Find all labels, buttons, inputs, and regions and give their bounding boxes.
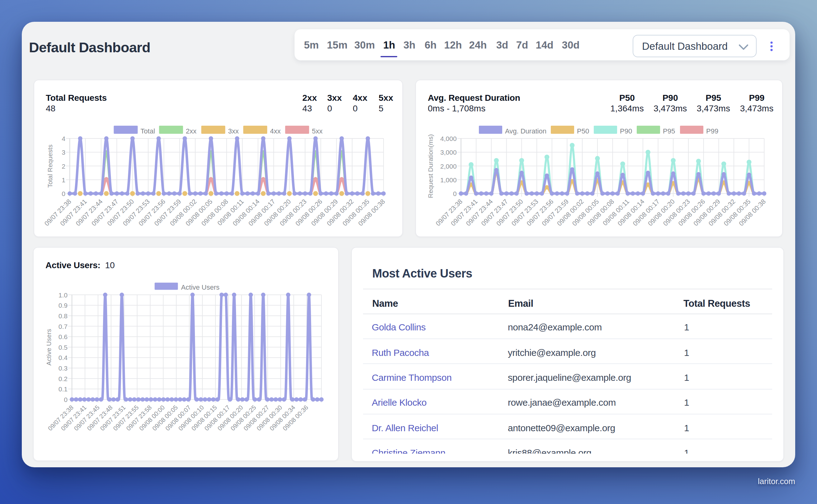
svg-text:P99: P99: [706, 127, 718, 135]
svg-text:0.5: 0.5: [58, 344, 68, 351]
svg-text:1,000: 1,000: [440, 176, 457, 184]
svg-text:2xx: 2xx: [185, 127, 196, 135]
svg-text:1.0: 1.0: [58, 292, 68, 299]
svg-text:0.4: 0.4: [58, 354, 68, 361]
svg-text:Request Duration(ms): Request Duration(ms): [427, 134, 434, 198]
svg-text:2,000: 2,000: [440, 163, 457, 170]
svg-text:3,000: 3,000: [440, 149, 457, 156]
svg-text:Total: Total: [140, 127, 154, 135]
svg-text:0.8: 0.8: [58, 312, 68, 320]
svg-text:3xx: 3xx: [228, 127, 238, 135]
svg-text:4,000: 4,000: [440, 135, 457, 142]
svg-text:Total Requests: Total Requests: [46, 145, 53, 188]
svg-text:0.3: 0.3: [58, 365, 68, 372]
svg-text:2: 2: [61, 163, 65, 170]
svg-text:Active Users: Active Users: [181, 283, 220, 291]
svg-text:4: 4: [61, 135, 65, 142]
svg-text:0.2: 0.2: [58, 375, 68, 382]
svg-text:3: 3: [61, 149, 65, 156]
svg-text:Active Users: Active Users: [45, 329, 52, 366]
svg-text:0: 0: [61, 190, 65, 197]
svg-text:0.7: 0.7: [58, 323, 68, 330]
svg-text:1: 1: [61, 176, 65, 184]
svg-text:0: 0: [64, 396, 68, 403]
svg-text:P95: P95: [663, 127, 675, 135]
svg-text:P50: P50: [577, 127, 589, 135]
svg-text:0.9: 0.9: [58, 302, 68, 309]
svg-text:P90: P90: [620, 127, 632, 135]
svg-text:0.1: 0.1: [58, 385, 68, 393]
svg-text:5xx: 5xx: [312, 127, 322, 135]
svg-text:4xx: 4xx: [270, 127, 280, 135]
svg-text:0: 0: [453, 190, 457, 197]
svg-text:Avg. Duration: Avg. Duration: [505, 127, 546, 135]
svg-text:0.6: 0.6: [58, 333, 68, 340]
